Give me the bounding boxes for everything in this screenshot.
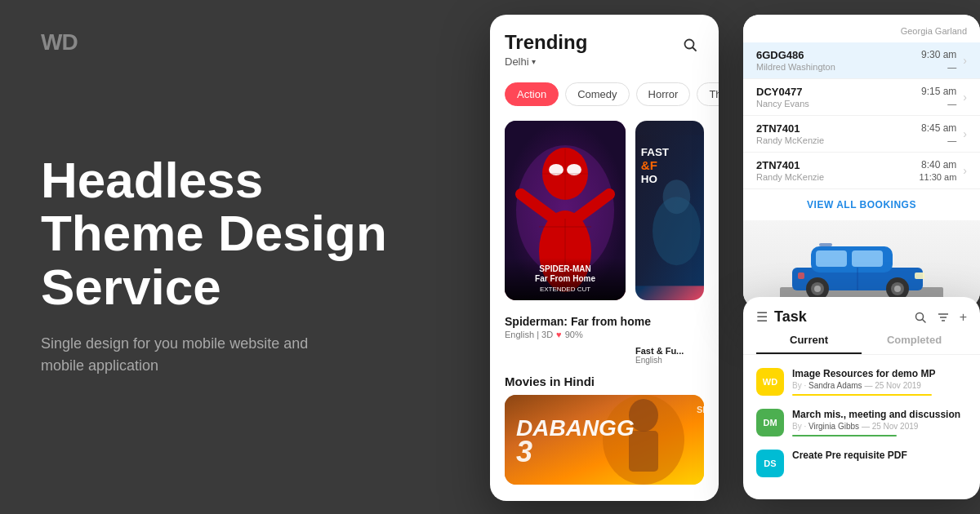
booking-app-card: Georgia Garland 6GDG486 Mildred Washingt… [743, 15, 980, 308]
task-avatar-2: DM [756, 409, 784, 436]
svg-text:&F: &F [641, 158, 657, 172]
svg-point-0 [685, 40, 694, 49]
right-section: Trending Delhi ▾ Action Comedy Horror Th… [474, 0, 980, 514]
booking-time-start-2: 9:15 am [921, 86, 956, 97]
task-avatar-3: DS [756, 450, 784, 477]
genre-comedy[interactable]: Comedy [565, 82, 629, 106]
movie-meta: English | 3D ♥ 90% [505, 330, 704, 339]
task-item-1[interactable]: WD Image Resources for demo MP By · Sand… [743, 361, 980, 402]
svg-rect-31 [852, 250, 883, 267]
movie-rating: 90% [565, 330, 583, 339]
task-item-dash-1: — [864, 381, 875, 390]
movie-app-card: Trending Delhi ▾ Action Comedy Horror Th… [490, 15, 719, 501]
task-header: ☰ Task + [743, 297, 980, 326]
booking-time-end-3: — [921, 135, 956, 145]
movie-search-button[interactable] [676, 31, 704, 59]
chevron-right-icon-3: › [963, 127, 967, 140]
secondary-movie-info: Fast & Fu... English [490, 344, 719, 365]
fast-furious-illustration: FAST &F HO [635, 121, 704, 300]
task-app-card: ☰ Task + Current Completed WD [743, 297, 980, 499]
task-item-bar-2 [792, 435, 897, 436]
featured-poster[interactable]: SPIDER-MANFar From HomeEXTENDED CUT [505, 121, 626, 300]
svg-text:3: 3 [516, 435, 532, 468]
task-item-bar-1 [792, 394, 932, 396]
booking-id-1: 6GDG486 [756, 49, 921, 61]
task-add-icon[interactable]: + [960, 310, 967, 325]
task-item-meta-2: By · Virginia Gibbs — 25 Nov 2019 [792, 422, 967, 431]
movie-overlay-text: SPIDER-MANFar From HomeEXTENDED CUT [511, 264, 619, 294]
movie-location[interactable]: Delhi ▾ [505, 55, 587, 68]
svg-line-1 [693, 48, 697, 51]
task-item-3[interactable]: DS Create Pre requisite PDF [743, 443, 980, 484]
svg-rect-41 [819, 243, 832, 246]
booking-person-3: Randy McKenzie [756, 135, 921, 145]
task-tabs: Current Completed [743, 326, 980, 355]
main-heading: HeadlessTheme DesignService [41, 153, 433, 312]
secondary-poster-image: FAST &F HO [635, 121, 704, 300]
dabangg-illustration: DABANGG 3 SKF [505, 395, 704, 485]
booking-user-name: Georgia Garland [756, 26, 967, 36]
svg-rect-30 [816, 250, 847, 267]
genre-tabs: Action Comedy Horror Thriller [490, 76, 719, 113]
task-search-icon[interactable] [914, 311, 927, 324]
featured-poster-image: SPIDER-MANFar From HomeEXTENDED CUT [505, 121, 626, 300]
chevron-right-icon-1: › [963, 54, 967, 67]
task-item-author-2: Virginia Gibbs [808, 422, 859, 431]
svg-rect-39 [798, 273, 804, 279]
chevron-right-icon-2: › [963, 91, 967, 104]
task-item-date-2: 25 Nov 2019 [872, 422, 919, 431]
genre-horror[interactable]: Horror [636, 82, 691, 106]
task-item-info-3: Create Pre requisite PDF [792, 450, 967, 461]
booking-row-1[interactable]: 6GDG486 Mildred Washington 9:30 am — › [743, 42, 980, 79]
heart-icon: ♥ [556, 330, 562, 339]
booking-time-end-1: — [921, 62, 956, 72]
booking-row-2[interactable]: DCY0477 Nancy Evans 9:15 am — › [743, 79, 980, 116]
task-item-title-2: March mis., meeting and discussion [792, 409, 967, 420]
task-item-by-1: By · [792, 381, 806, 390]
task-item-2[interactable]: DM March mis., meeting and discussion By… [743, 402, 980, 443]
svg-text:HO: HO [641, 173, 657, 185]
car-svg [780, 228, 943, 302]
booking-row-4[interactable]: 2TN7401 Randy McKenzie 8:40 am 11:30 am … [743, 153, 980, 189]
task-item-info-2: March mis., meeting and discussion By · … [792, 409, 967, 436]
task-item-info-1: Image Resources for demo MP By · Sandra … [792, 368, 967, 396]
secondary-poster[interactable]: FAST &F HO [635, 121, 704, 300]
secondary-movie-lang: English [635, 356, 704, 365]
booking-id-2: DCY0477 [756, 86, 921, 98]
menu-icon[interactable]: ☰ [756, 309, 768, 325]
chevron-right-icon-4: › [963, 164, 967, 177]
task-avatar-1: WD [756, 368, 784, 396]
booking-id-3: 2TN7401 [756, 122, 921, 135]
tab-completed[interactable]: Completed [862, 334, 967, 354]
svg-text:DABANGG: DABANGG [516, 415, 635, 441]
booking-person-2: Nancy Evans [756, 99, 921, 109]
task-item-title-3: Create Pre requisite PDF [792, 450, 967, 461]
search-icon [683, 38, 697, 52]
genre-thriller[interactable]: Thriller [697, 82, 719, 106]
booking-row-3[interactable]: 2TN7401 Randy McKenzie 8:45 am — › [743, 116, 980, 153]
svg-rect-38 [915, 273, 924, 279]
logo: WD [41, 29, 78, 55]
chevron-down-icon: ▾ [532, 57, 536, 66]
booking-info-2: DCY0477 Nancy Evans [756, 86, 921, 109]
task-item-by-2: By · [792, 422, 806, 431]
task-title: Task [774, 308, 907, 326]
genre-action[interactable]: Action [505, 82, 559, 106]
view-all-bookings-button[interactable]: VIEW ALL BOOKINGS [743, 189, 980, 220]
task-item-dash-2: — [862, 422, 872, 431]
task-filter-icon[interactable] [937, 311, 950, 324]
section-title: Movies in Hindi [490, 365, 719, 395]
svg-point-37 [894, 286, 901, 292]
task-item-title-1: Image Resources for demo MP [792, 368, 967, 379]
hindi-movies-poster[interactable]: DABANGG 3 SKF [505, 395, 704, 485]
task-header-icons: + [914, 310, 967, 325]
tab-current[interactable]: Current [756, 334, 862, 354]
booking-time-start-1: 9:30 am [921, 49, 956, 60]
left-section: WD HeadlessTheme DesignService Single de… [0, 0, 474, 514]
booking-info-1: 6GDG486 Mildred Washington [756, 49, 921, 72]
movie-poster-overlay: SPIDER-MANFar From HomeEXTENDED CUT [505, 258, 626, 300]
movie-app-title: Trending [505, 31, 587, 54]
booking-info-3: 2TN7401 Randy McKenzie [756, 122, 921, 145]
booking-info-4: 2TN7401 Randy McKenzie [756, 159, 919, 182]
movie-card-header: Trending Delhi ▾ [490, 15, 719, 76]
